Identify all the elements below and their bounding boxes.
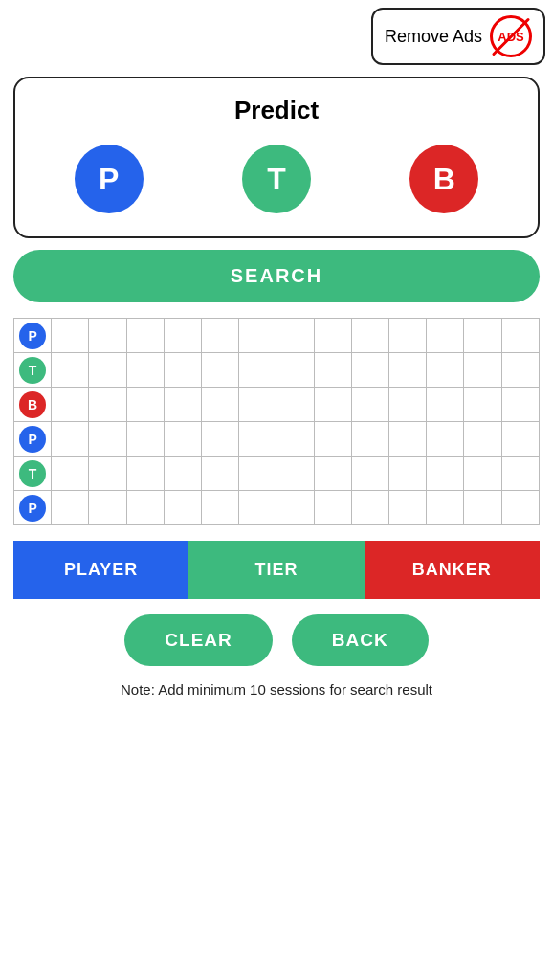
grid-cell[interactable] [164, 422, 201, 457]
grid-cell[interactable] [239, 388, 276, 422]
grid-cell[interactable] [126, 457, 164, 491]
grid-cell[interactable] [464, 319, 501, 353]
grid-cell[interactable] [164, 388, 201, 422]
grid-cell[interactable] [126, 491, 164, 525]
grid-cell[interactable] [164, 457, 201, 491]
banker-button[interactable]: BANKER [365, 541, 540, 599]
grid-cell[interactable] [351, 422, 388, 457]
back-button[interactable]: BACK [292, 614, 429, 666]
predict-circles: P T B [25, 145, 528, 213]
grid-cell[interactable] [389, 457, 427, 491]
grid-cell[interactable] [427, 457, 464, 491]
grid-cell[interactable] [52, 422, 89, 457]
grid-cell[interactable] [464, 491, 501, 525]
grid-cell[interactable] [89, 319, 126, 353]
grid-cell[interactable] [314, 491, 351, 525]
grid-cell[interactable] [276, 491, 314, 525]
grid-cell[interactable] [501, 319, 539, 353]
grid-cell[interactable] [89, 491, 126, 525]
grid-cell[interactable] [389, 491, 427, 525]
table-row: T [14, 353, 540, 388]
grid-row-label: P [14, 422, 52, 457]
remove-ads-button[interactable]: Remove Ads ADS [371, 8, 545, 65]
ads-icon: ADS [490, 15, 532, 57]
grid-cell[interactable] [314, 422, 351, 457]
grid-cell[interactable] [164, 319, 201, 353]
grid-row-label: P [14, 319, 52, 353]
grid-cell[interactable] [164, 491, 201, 525]
grid-cell[interactable] [276, 388, 314, 422]
grid-cell[interactable] [89, 353, 126, 388]
table-row: P [14, 491, 540, 525]
grid-cell[interactable] [501, 457, 539, 491]
grid-cell[interactable] [52, 491, 89, 525]
player-button[interactable]: PLAYER [13, 541, 188, 599]
grid-cell[interactable] [202, 422, 239, 457]
grid-cell[interactable] [314, 457, 351, 491]
grid-cell[interactable] [351, 353, 388, 388]
grid-cell[interactable] [501, 388, 539, 422]
grid-cell[interactable] [464, 353, 501, 388]
table-row: T [14, 457, 540, 491]
grid-cell[interactable] [464, 457, 501, 491]
grid-cell[interactable] [389, 353, 427, 388]
grid-cell[interactable] [89, 422, 126, 457]
grid-cell[interactable] [126, 388, 164, 422]
clear-button[interactable]: CLEAR [124, 614, 272, 666]
grid-cell[interactable] [126, 422, 164, 457]
grid-cell[interactable] [427, 319, 464, 353]
grid-cell[interactable] [239, 353, 276, 388]
grid-cell[interactable] [276, 353, 314, 388]
bottom-buttons: CLEAR BACK [13, 614, 540, 666]
grid-cell[interactable] [239, 422, 276, 457]
grid-cell[interactable] [89, 388, 126, 422]
predict-card: Predict P T B [13, 77, 540, 238]
grid-cell[interactable] [314, 388, 351, 422]
grid-cell[interactable] [52, 388, 89, 422]
grid-cell[interactable] [427, 388, 464, 422]
grid-cell[interactable] [52, 319, 89, 353]
grid-cell[interactable] [126, 353, 164, 388]
grid-cell[interactable] [202, 457, 239, 491]
grid-cell[interactable] [314, 353, 351, 388]
search-button[interactable]: SEARCH [13, 250, 540, 302]
grid-cell[interactable] [501, 422, 539, 457]
table-row: B [14, 388, 540, 422]
grid-cell[interactable] [351, 491, 388, 525]
predict-circle-t[interactable]: T [242, 145, 311, 213]
grid-cell[interactable] [202, 491, 239, 525]
grid-cell[interactable] [276, 457, 314, 491]
grid-cell[interactable] [276, 422, 314, 457]
grid-row-label: P [14, 491, 52, 525]
grid-cell[interactable] [389, 319, 427, 353]
grid-cell[interactable] [126, 319, 164, 353]
grid-cell[interactable] [276, 319, 314, 353]
grid-cell[interactable] [427, 491, 464, 525]
grid-cell[interactable] [202, 388, 239, 422]
grid-cell[interactable] [427, 353, 464, 388]
grid-cell[interactable] [351, 319, 388, 353]
grid-cell[interactable] [52, 353, 89, 388]
grid-cell[interactable] [389, 388, 427, 422]
grid-cell[interactable] [202, 319, 239, 353]
predict-circle-b[interactable]: B [409, 145, 478, 213]
tier-button[interactable]: TIER [188, 541, 364, 599]
predict-circle-p[interactable]: P [75, 145, 144, 213]
grid-cell[interactable] [501, 491, 539, 525]
grid-cell[interactable] [464, 388, 501, 422]
grid-cell[interactable] [89, 457, 126, 491]
grid-cell[interactable] [239, 491, 276, 525]
grid-cell[interactable] [501, 353, 539, 388]
grid-cell[interactable] [52, 457, 89, 491]
grid-row-label: T [14, 353, 52, 388]
grid-cell[interactable] [239, 457, 276, 491]
grid-cell[interactable] [389, 422, 427, 457]
grid-cell[interactable] [427, 422, 464, 457]
grid-cell[interactable] [351, 457, 388, 491]
grid-cell[interactable] [239, 319, 276, 353]
grid-cell[interactable] [314, 319, 351, 353]
grid-cell[interactable] [464, 422, 501, 457]
grid-cell[interactable] [351, 388, 388, 422]
grid-cell[interactable] [164, 353, 201, 388]
grid-cell[interactable] [202, 353, 239, 388]
